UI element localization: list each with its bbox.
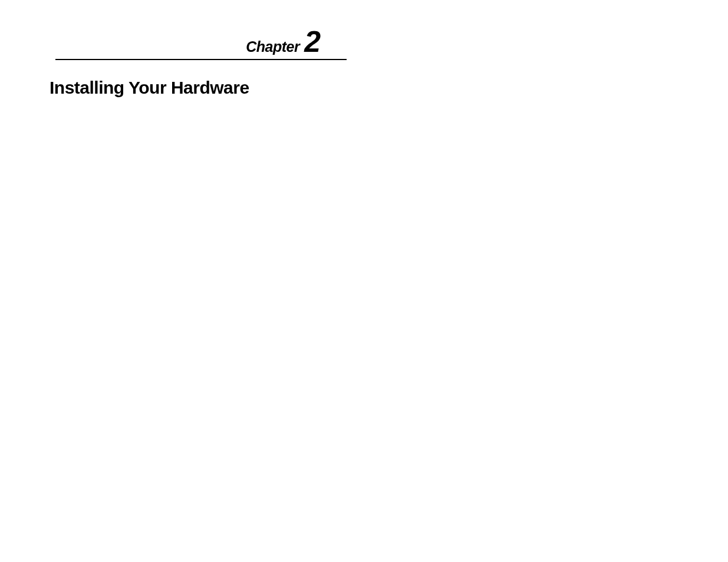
- chapter-number: 2: [304, 27, 321, 57]
- chapter-header: Chapter 2: [55, 27, 347, 60]
- section-title: Installing Your Hardware: [50, 78, 249, 98]
- chapter-label: Chapter: [246, 38, 299, 55]
